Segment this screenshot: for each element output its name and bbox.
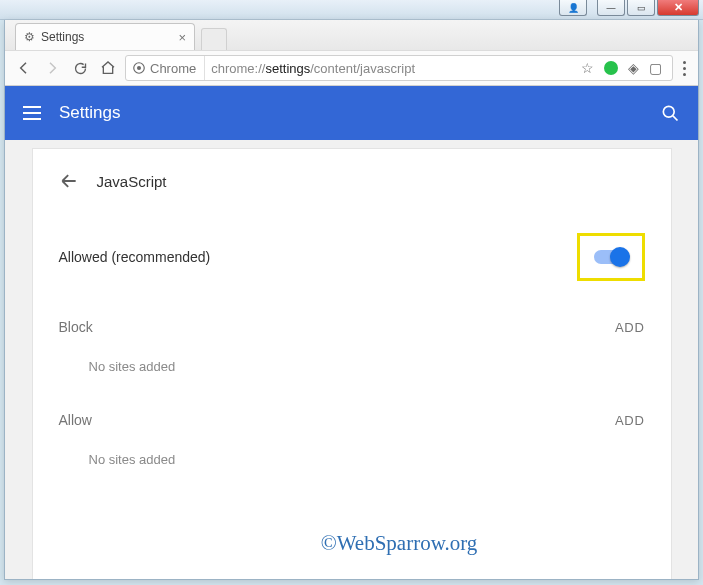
toggle-knob <box>610 247 630 267</box>
window-minimize-button[interactable]: — <box>597 0 625 16</box>
content-area: JavaScript Allowed (recommended) Block A… <box>5 140 698 579</box>
forward-button <box>41 57 63 79</box>
svg-point-2 <box>663 106 674 117</box>
tab-strip: ⚙ Settings × <box>5 20 698 50</box>
svg-line-3 <box>673 116 678 121</box>
url-host: settings <box>265 61 310 76</box>
allowed-label: Allowed (recommended) <box>59 249 211 265</box>
browser-tab[interactable]: ⚙ Settings × <box>15 23 195 50</box>
window-user-button[interactable]: 👤 <box>559 0 587 16</box>
url-text[interactable]: chrome://settings/content/javascript <box>211 61 571 76</box>
block-section-header: Block ADD <box>59 309 645 345</box>
star-icon[interactable]: ☆ <box>581 60 594 76</box>
watermark-text: ©WebSparrow.org <box>321 531 478 556</box>
home-button[interactable] <box>97 57 119 79</box>
window-maximize-button[interactable]: ▭ <box>627 0 655 16</box>
extension-square-icon[interactable]: ▢ <box>649 60 662 76</box>
allow-empty-message: No sites added <box>59 438 645 495</box>
settings-header: Settings <box>5 86 698 140</box>
gear-icon: ⚙ <box>24 30 35 44</box>
page-header: JavaScript <box>59 171 645 191</box>
javascript-toggle[interactable] <box>594 250 628 264</box>
extension-green-icon[interactable] <box>604 61 618 75</box>
block-empty-message: No sites added <box>59 345 645 402</box>
omnibox-actions: ☆ ◈ ▢ <box>577 60 666 76</box>
hamburger-icon[interactable] <box>23 106 41 120</box>
browser-window: ⚙ Settings × Chrome chrome://settings/co… <box>4 20 699 580</box>
block-add-button[interactable]: ADD <box>615 320 645 335</box>
browser-menu-button[interactable] <box>679 61 690 76</box>
secure-label: Chrome <box>150 61 196 76</box>
back-button[interactable] <box>13 57 35 79</box>
new-tab-button[interactable] <box>201 28 227 50</box>
search-icon[interactable] <box>660 103 680 123</box>
block-label: Block <box>59 319 93 335</box>
allow-section-header: Allow ADD <box>59 402 645 438</box>
settings-title: Settings <box>59 103 642 123</box>
page-title: JavaScript <box>97 173 167 190</box>
reload-button[interactable] <box>69 57 91 79</box>
url-scheme: chrome:// <box>211 61 265 76</box>
chrome-icon <box>132 61 146 75</box>
settings-card: JavaScript Allowed (recommended) Block A… <box>32 148 672 579</box>
allowed-row: Allowed (recommended) <box>59 223 645 291</box>
url-path: /content/javascript <box>310 61 415 76</box>
allow-add-button[interactable]: ADD <box>615 413 645 428</box>
window-titlebar: 👤 — ▭ ✕ <box>0 0 703 20</box>
window-close-button[interactable]: ✕ <box>657 0 699 16</box>
extension-diamond-icon[interactable]: ◈ <box>628 60 639 76</box>
allow-label: Allow <box>59 412 92 428</box>
back-arrow-icon[interactable] <box>59 171 79 191</box>
toggle-highlight-box <box>577 233 645 281</box>
tab-title: Settings <box>41 30 172 44</box>
address-bar[interactable]: Chrome chrome://settings/content/javascr… <box>125 55 673 81</box>
site-info-chip[interactable]: Chrome <box>132 56 205 80</box>
close-icon[interactable]: × <box>178 30 186 45</box>
svg-point-1 <box>137 66 141 70</box>
browser-toolbar: Chrome chrome://settings/content/javascr… <box>5 50 698 86</box>
